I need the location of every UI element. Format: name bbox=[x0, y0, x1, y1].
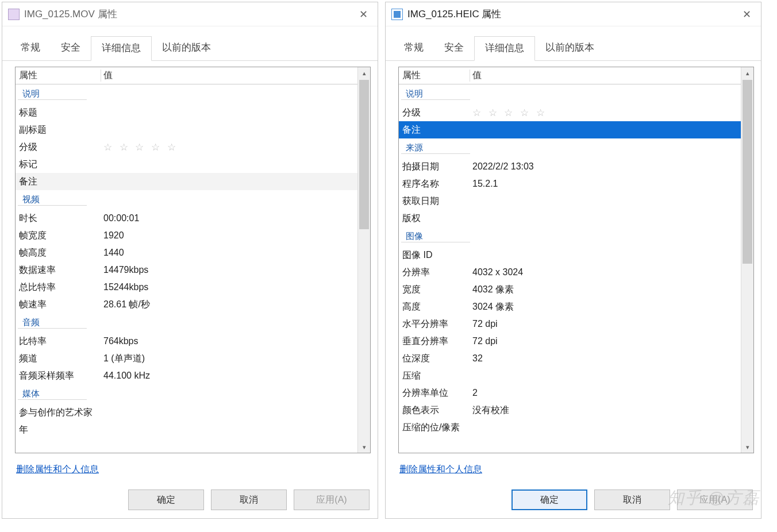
button-row: 确定 取消 应用(A) bbox=[386, 483, 761, 518]
rating-stars[interactable]: ☆ ☆ ☆ ☆ ☆ bbox=[101, 141, 357, 153]
content-area: 属性 值 说明 标题 副标题 分级☆ ☆ ☆ ☆ ☆ 标记 备注 视频 时长00… bbox=[2, 61, 378, 483]
tab-previous-versions[interactable]: 以前的版本 bbox=[535, 36, 605, 61]
link-row: 删除属性和个人信息 bbox=[15, 453, 371, 483]
row-bitdepth[interactable]: 位深度32 bbox=[399, 350, 741, 367]
tab-strip: 常规 安全 详细信息 以前的版本 bbox=[386, 36, 761, 61]
close-icon[interactable]: ✕ bbox=[349, 8, 378, 21]
grid-header: 属性 值 bbox=[16, 67, 357, 84]
button-row: 确定 取消 应用(A) bbox=[2, 483, 378, 518]
section-audio: 音频 bbox=[16, 314, 357, 331]
row-copyright[interactable]: 版权 bbox=[399, 210, 741, 227]
scroll-thumb[interactable] bbox=[359, 80, 369, 229]
cancel-button[interactable]: 取消 bbox=[211, 489, 287, 510]
apply-button[interactable]: 应用(A) bbox=[677, 489, 753, 510]
row-vres[interactable]: 垂直分辨率72 dpi bbox=[399, 333, 741, 350]
row-total-bitrate[interactable]: 总比特率15244kbps bbox=[16, 279, 357, 296]
close-icon[interactable]: ✕ bbox=[732, 8, 761, 21]
tab-strip: 常规 安全 详细信息 以前的版本 bbox=[2, 36, 378, 61]
tab-details[interactable]: 详细信息 bbox=[474, 36, 535, 61]
tab-general[interactable]: 常规 bbox=[10, 36, 51, 61]
window-title: IMG_0125.HEIC 属性 bbox=[407, 7, 732, 21]
property-grid: 属性 值 说明 标题 副标题 分级☆ ☆ ☆ ☆ ☆ 标记 备注 视频 时长00… bbox=[15, 67, 371, 453]
tab-details[interactable]: 详细信息 bbox=[91, 36, 152, 61]
row-data-rate[interactable]: 数据速率14479kbps bbox=[16, 261, 357, 279]
file-icon bbox=[391, 9, 403, 20]
col-property: 属性 bbox=[18, 70, 101, 82]
link-row: 删除属性和个人信息 bbox=[398, 453, 754, 483]
property-grid: 属性 值 说明 分级☆ ☆ ☆ ☆ ☆ 备注 来源 拍摄日期2022/2/2 1… bbox=[398, 67, 754, 453]
section-video: 视频 bbox=[16, 191, 357, 209]
row-res-unit[interactable]: 分辨率单位2 bbox=[399, 384, 741, 402]
row-color-rep[interactable]: 颜色表示没有校准 bbox=[399, 402, 741, 419]
row-width[interactable]: 宽度4032 像素 bbox=[399, 281, 741, 298]
titlebar[interactable]: IMG_0125.MOV 属性 ✕ bbox=[2, 2, 378, 26]
row-channels[interactable]: 频道1 (单声道) bbox=[16, 350, 357, 367]
section-image: 图像 bbox=[399, 228, 741, 245]
row-title[interactable]: 标题 bbox=[16, 104, 357, 121]
scroll-thumb[interactable] bbox=[743, 80, 752, 264]
row-audio-sample-rate[interactable]: 音频采样频率44.100 kHz bbox=[16, 367, 357, 384]
row-resolution[interactable]: 分辨率4032 x 3024 bbox=[399, 264, 741, 281]
rating-stars[interactable]: ☆ ☆ ☆ ☆ ☆ bbox=[470, 107, 741, 119]
row-frame-width[interactable]: 帧宽度1920 bbox=[16, 227, 357, 244]
properties-dialog-mov: IMG_0125.MOV 属性 ✕ 常规 安全 详细信息 以前的版本 属性 值 … bbox=[2, 2, 378, 519]
row-year[interactable]: 年 bbox=[16, 421, 357, 438]
grid-header: 属性 值 bbox=[399, 67, 741, 84]
section-desc: 说明 bbox=[16, 86, 357, 103]
row-tag[interactable]: 标记 bbox=[16, 156, 357, 173]
row-date-taken[interactable]: 拍摄日期2022/2/2 13:03 bbox=[399, 158, 741, 175]
apply-button[interactable]: 应用(A) bbox=[294, 489, 370, 510]
row-rating[interactable]: 分级☆ ☆ ☆ ☆ ☆ bbox=[16, 138, 357, 156]
row-remark[interactable]: 备注 bbox=[16, 173, 357, 190]
scroll-up-icon[interactable]: ▴ bbox=[741, 67, 753, 79]
content-area: 属性 值 说明 分级☆ ☆ ☆ ☆ ☆ 备注 来源 拍摄日期2022/2/2 1… bbox=[386, 61, 761, 483]
tab-previous-versions[interactable]: 以前的版本 bbox=[152, 36, 221, 61]
row-remark[interactable]: 备注 bbox=[399, 121, 741, 138]
row-compression[interactable]: 压缩 bbox=[399, 367, 741, 384]
row-subtitle[interactable]: 副标题 bbox=[16, 121, 357, 138]
vertical-scrollbar[interactable]: ▴ ▾ bbox=[741, 67, 753, 453]
row-rating[interactable]: 分级☆ ☆ ☆ ☆ ☆ bbox=[399, 104, 741, 121]
grid-body[interactable]: 属性 值 说明 标题 副标题 分级☆ ☆ ☆ ☆ ☆ 标记 备注 视频 时长00… bbox=[16, 67, 357, 453]
col-value: 值 bbox=[470, 70, 741, 82]
col-value: 值 bbox=[101, 70, 357, 82]
row-height[interactable]: 高度3024 像素 bbox=[399, 298, 741, 315]
row-hres[interactable]: 水平分辨率72 dpi bbox=[399, 315, 741, 333]
scroll-down-icon[interactable]: ▾ bbox=[741, 441, 753, 453]
row-frame-rate[interactable]: 帧速率28.61 帧/秒 bbox=[16, 296, 357, 313]
scroll-down-icon[interactable]: ▾ bbox=[358, 441, 370, 453]
tab-general[interactable]: 常规 bbox=[394, 36, 434, 61]
tab-security[interactable]: 安全 bbox=[434, 36, 474, 61]
vertical-scrollbar[interactable]: ▴ ▾ bbox=[357, 67, 370, 453]
grid-body[interactable]: 属性 值 说明 分级☆ ☆ ☆ ☆ ☆ 备注 来源 拍摄日期2022/2/2 1… bbox=[399, 67, 741, 453]
row-image-id[interactable]: 图像 ID bbox=[399, 246, 741, 264]
section-source: 来源 bbox=[399, 140, 741, 157]
section-desc: 说明 bbox=[399, 86, 741, 103]
titlebar[interactable]: IMG_0125.HEIC 属性 ✕ bbox=[386, 2, 761, 26]
row-program-name[interactable]: 程序名称15.2.1 bbox=[399, 175, 741, 192]
row-acquire-date[interactable]: 获取日期 bbox=[399, 192, 741, 210]
row-audio-bitrate[interactable]: 比特率764kbps bbox=[16, 333, 357, 350]
section-media: 媒体 bbox=[16, 385, 357, 403]
ok-button[interactable]: 确定 bbox=[128, 489, 204, 510]
properties-dialog-heic: IMG_0125.HEIC 属性 ✕ 常规 安全 详细信息 以前的版本 属性 值… bbox=[385, 2, 761, 519]
remove-properties-link[interactable]: 删除属性和个人信息 bbox=[16, 464, 99, 474]
row-frame-height[interactable]: 帧高度1440 bbox=[16, 244, 357, 261]
row-artist[interactable]: 参与创作的艺术家 bbox=[16, 404, 357, 421]
remove-properties-link[interactable]: 删除属性和个人信息 bbox=[399, 464, 482, 474]
window-title: IMG_0125.MOV 属性 bbox=[24, 7, 349, 21]
cancel-button[interactable]: 取消 bbox=[594, 489, 670, 510]
scroll-up-icon[interactable]: ▴ bbox=[358, 67, 370, 79]
row-duration[interactable]: 时长00:00:01 bbox=[16, 210, 357, 227]
ok-button[interactable]: 确定 bbox=[511, 489, 587, 510]
tab-security[interactable]: 安全 bbox=[51, 36, 91, 61]
col-property: 属性 bbox=[401, 70, 470, 82]
row-compressed-bpp[interactable]: 压缩的位/像素 bbox=[399, 419, 741, 436]
file-icon bbox=[8, 9, 20, 20]
